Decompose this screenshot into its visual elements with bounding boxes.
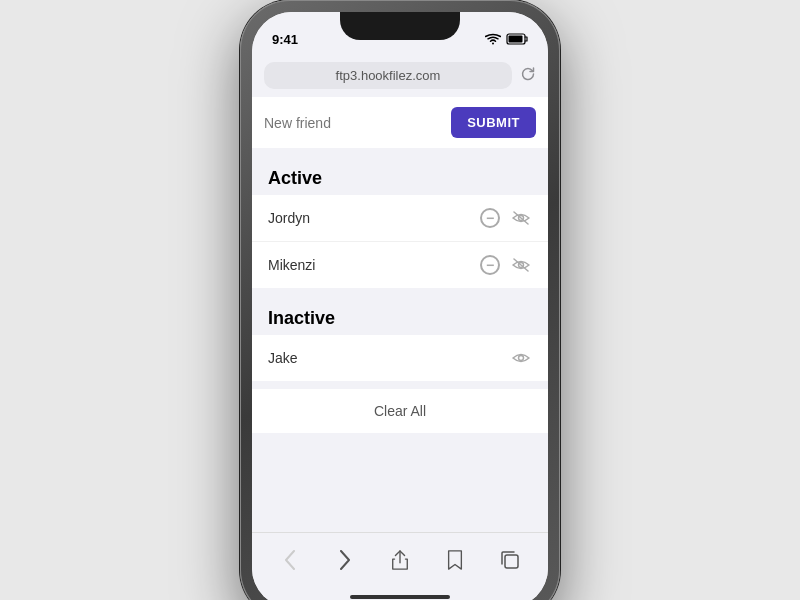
clear-all-button[interactable]: Clear All: [252, 389, 548, 433]
remove-mikenzi-button[interactable]: −: [480, 255, 500, 275]
friend-name-jordyn: Jordyn: [268, 210, 480, 226]
new-friend-input[interactable]: [264, 115, 443, 131]
new-friend-bar: SUBMIT: [252, 97, 548, 148]
active-friend-list: Jordyn − Mikenzi: [252, 195, 548, 288]
friend-row-jake: Jake: [252, 335, 548, 381]
inactive-section-header: Inactive: [252, 296, 548, 335]
spacer: [252, 441, 548, 501]
status-icons: [485, 33, 528, 45]
refresh-button[interactable]: [520, 66, 536, 86]
status-time: 9:41: [272, 32, 298, 47]
friend-row-jordyn: Jordyn −: [252, 195, 548, 242]
content-area: SUBMIT Active Jordyn −: [252, 97, 548, 532]
friend-actions-jake: [510, 347, 532, 369]
active-section-header: Active: [252, 156, 548, 195]
friend-name-mikenzi: Mikenzi: [268, 257, 480, 273]
hide-mikenzi-button[interactable]: [510, 254, 532, 276]
tabs-button[interactable]: [490, 540, 530, 580]
submit-button[interactable]: SUBMIT: [451, 107, 536, 138]
hide-jordyn-button[interactable]: [510, 207, 532, 229]
inactive-friend-list: Jake: [252, 335, 548, 381]
notch: [340, 12, 460, 40]
status-bar: 9:41: [252, 12, 548, 56]
browser-bar: ftp3.hookfilez.com: [252, 56, 548, 97]
friend-row-mikenzi: Mikenzi −: [252, 242, 548, 288]
friend-name-jake: Jake: [268, 350, 510, 366]
clear-all-section: Clear All: [252, 389, 548, 433]
share-button[interactable]: [380, 540, 420, 580]
phone-frame: 9:41 ftp3.hookfilez.com: [240, 0, 560, 600]
show-jake-button[interactable]: [510, 347, 532, 369]
battery-icon: [506, 33, 528, 45]
phone-screen: 9:41 ftp3.hookfilez.com: [252, 12, 548, 600]
svg-rect-7: [505, 555, 518, 568]
friend-actions-mikenzi: −: [480, 254, 532, 276]
forward-button[interactable]: [325, 540, 365, 580]
bookmarks-button[interactable]: [435, 540, 475, 580]
friend-actions-jordyn: −: [480, 207, 532, 229]
svg-point-6: [519, 356, 524, 361]
home-indicator: [252, 586, 548, 600]
svg-rect-1: [509, 36, 523, 43]
url-bar[interactable]: ftp3.hookfilez.com: [264, 62, 512, 89]
wifi-icon: [485, 33, 501, 45]
remove-jordyn-button[interactable]: −: [480, 208, 500, 228]
back-button[interactable]: [270, 540, 310, 580]
safari-bar: [252, 532, 548, 586]
home-bar: [350, 595, 450, 599]
